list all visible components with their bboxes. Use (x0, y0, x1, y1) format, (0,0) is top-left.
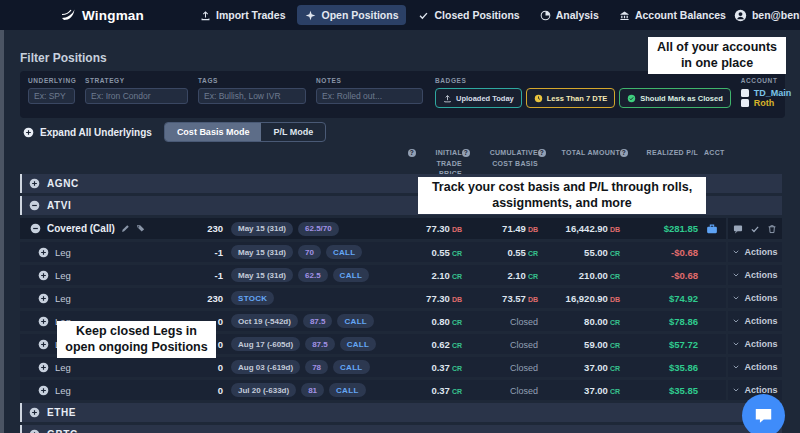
pencil-icon[interactable] (121, 224, 130, 233)
checkbox[interactable] (741, 99, 749, 107)
badges-label: BADGES (435, 77, 731, 84)
brand-name: Wingman (82, 8, 144, 23)
account-filter-td_main[interactable]: TD_Main (741, 88, 792, 98)
briefcase-icon[interactable] (706, 223, 718, 235)
expand-icon[interactable] (38, 316, 49, 327)
cost-basis-mode-button[interactable]: Cost Basis Mode (165, 123, 262, 141)
actions-menu-button[interactable]: Actions (726, 334, 782, 354)
amount-value: 71.49 (502, 223, 526, 234)
amount-value: 77.30 (426, 293, 450, 304)
plus-circle-icon (23, 127, 34, 138)
expand-icon[interactable] (38, 385, 49, 396)
realized-pl: $74.92 (620, 293, 698, 304)
chevron-down-icon (732, 363, 740, 371)
amount-value: 2.10 (507, 270, 526, 281)
note-icon[interactable] (733, 224, 743, 234)
help-icon[interactable]: ? (408, 149, 416, 157)
actions-menu-button[interactable]: Actions (726, 242, 782, 262)
badge-buttons: Uploaded TodayLess Than 7 DTEShould Mark… (435, 88, 731, 108)
sparkle-icon (305, 10, 316, 21)
filter-panel: UNDERLYINGSTRATEGYTAGSNOTES BADGES Uploa… (20, 71, 785, 118)
amount-value: 0.55 (431, 247, 450, 258)
nav-item-analysis[interactable]: Analysis (532, 5, 607, 25)
notes-input[interactable] (316, 88, 423, 104)
nav-item-closed-positions[interactable]: Closed Positions (410, 5, 527, 25)
help-icon[interactable]: ? (462, 149, 470, 157)
expand-icon[interactable] (38, 293, 49, 304)
nav-item-account-balances[interactable]: Account Balances (611, 5, 734, 25)
actions-menu-button[interactable]: Actions (726, 265, 782, 285)
actions-menu-button[interactable]: Actions (726, 311, 782, 331)
expand-icon[interactable] (29, 429, 40, 433)
tag-icon[interactable] (136, 224, 145, 233)
actions-label: Actions (744, 316, 777, 326)
badges-cell: STOCK (223, 291, 408, 305)
strike-pill: 62.5 (298, 268, 328, 282)
amount-value: 59.00 (584, 339, 608, 350)
expand-icon[interactable] (38, 362, 49, 373)
nav-item-label: Import Trades (216, 9, 285, 21)
expand-icon[interactable] (29, 407, 40, 418)
amount-suffix: CR (452, 342, 462, 349)
user-menu[interactable]: ben@benlatz.com (734, 9, 800, 22)
actions-label: Actions (744, 270, 777, 280)
help-icon[interactable]: ? (538, 149, 546, 157)
badge-filter-less-than-7-dte[interactable]: Less Than 7 DTE (526, 88, 615, 108)
brand[interactable]: Wingman (60, 7, 144, 23)
badge-filter-uploaded-today[interactable]: Uploaded Today (435, 88, 522, 108)
amount-suffix: DB (610, 296, 620, 303)
type-pill: CALL (333, 360, 370, 374)
underlying-input[interactable] (28, 88, 75, 104)
actions-label: Actions (744, 293, 777, 303)
badge-filter-should-mark-as-closed[interactable]: Should Mark as Closed (619, 88, 731, 108)
type-pill: CALL (340, 337, 377, 351)
account-filter-roth[interactable]: Roth (741, 98, 792, 108)
chat-button[interactable] (742, 394, 785, 433)
row-name: Leg (55, 247, 71, 258)
pl-mode-button[interactable]: P/L Mode (261, 123, 325, 141)
trash-icon[interactable] (767, 224, 777, 234)
checkbox[interactable] (741, 89, 749, 97)
chevron-down-icon (732, 294, 740, 302)
amount-suffix: CR (452, 250, 462, 257)
chevron-down-icon (732, 248, 740, 256)
amount-value: 0.37 (431, 385, 450, 396)
ticker-label: ATVI (47, 200, 71, 211)
collapse-icon[interactable] (29, 200, 40, 211)
leg-row: Leg0Jul 20 (-633d)81CALL0.37CRClosed37.0… (20, 380, 782, 400)
help-icon[interactable]: ? (620, 149, 628, 157)
chat-icon (754, 406, 773, 425)
expand-all-button[interactable]: Expand All Underlyings (23, 127, 152, 138)
strike-pill: 62.5/70 (298, 222, 339, 236)
collapse-icon[interactable] (30, 223, 41, 234)
expand-icon[interactable] (38, 270, 49, 281)
underlying-row-ethe[interactable]: ETHE (20, 403, 782, 422)
underlying-row-gbtc[interactable]: GBTC (20, 425, 782, 433)
amount-suffix: CR (452, 319, 462, 326)
actions-menu-button[interactable]: Actions (726, 357, 782, 377)
filter-fields: UNDERLYINGSTRATEGYTAGSNOTES (28, 77, 423, 104)
expand-icon[interactable] (29, 178, 40, 189)
nav-item-open-positions[interactable]: Open Positions (297, 5, 406, 25)
row-action-icons[interactable] (726, 218, 782, 239)
tags-input[interactable] (198, 88, 306, 104)
date-pill: May 15 (31d) (231, 245, 293, 259)
check-icon[interactable] (750, 224, 760, 234)
strategy-input[interactable] (85, 88, 188, 104)
nav-item-label: Closed Positions (434, 9, 519, 21)
amount-value: 0.55 (507, 247, 526, 258)
quantity: 0 (175, 385, 223, 396)
nav-item-label: Analysis (556, 9, 599, 21)
badges-cell: Aug 03 (-619d)78CALL (223, 360, 408, 374)
mode-toggle: Cost Basis Mode P/L Mode (164, 122, 326, 142)
realized-pl: $281.85 (620, 223, 698, 234)
amount-suffix: CR (610, 342, 620, 349)
nav-item-import-trades[interactable]: Import Trades (192, 5, 293, 25)
nav-item-label: Account Balances (635, 9, 726, 21)
amount-value: 55.00 (584, 247, 608, 258)
actions-menu-button[interactable]: Actions (726, 288, 782, 308)
badges-cell: May 15 (31d)70CALL (223, 245, 408, 259)
expand-icon[interactable] (38, 247, 49, 258)
expand-icon[interactable] (38, 339, 49, 350)
badges-cell: May 15 (31d)62.5/70 (223, 222, 408, 236)
